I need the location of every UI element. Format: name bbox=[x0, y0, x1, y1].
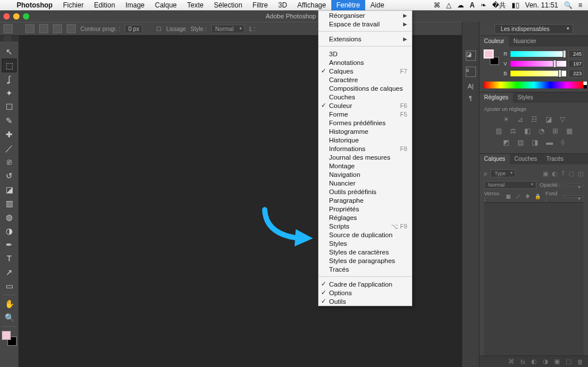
layers-list[interactable] bbox=[484, 202, 583, 356]
new-adj-icon[interactable]: ◑ bbox=[543, 358, 548, 365]
stamp-tool[interactable]: ⎚ bbox=[2, 156, 16, 168]
selective-color-icon[interactable]: ◊ bbox=[561, 138, 564, 146]
menu-item-outils-pr-d-finis[interactable]: Outils prédéfinis bbox=[319, 187, 412, 196]
menu-item-formes-pr-d-finies[interactable]: Formes prédéfinies bbox=[319, 118, 412, 127]
filter-img-icon[interactable]: ▣ bbox=[543, 170, 548, 177]
menu-item-r-organiser[interactable]: Réorganiser▶ bbox=[319, 11, 412, 20]
menu-item-styles-de-paragraphes[interactable]: Styles de paragraphes bbox=[319, 256, 412, 265]
selection-new-icon[interactable] bbox=[25, 24, 34, 33]
path-tool[interactable]: ↗ bbox=[2, 266, 16, 279]
trash-icon[interactable]: 🗑 bbox=[577, 358, 583, 365]
eraser-tool[interactable]: ◪ bbox=[2, 183, 16, 196]
foreground-color-swatch[interactable] bbox=[2, 331, 11, 340]
blur-tool[interactable]: ◍ bbox=[2, 211, 16, 223]
menu-item-journal-des-mesures[interactable]: Journal des mesures bbox=[319, 153, 412, 161]
paragraph-panel-icon[interactable]: ¶ bbox=[469, 95, 472, 102]
selection-sub-icon[interactable] bbox=[53, 24, 62, 33]
lock-move-icon[interactable]: ✥ bbox=[525, 194, 530, 199]
character-panel-icon[interactable]: A| bbox=[467, 83, 473, 90]
menu-calque[interactable]: Calque bbox=[150, 0, 182, 10]
menu-item-extensions[interactable]: Extensions▶ bbox=[319, 34, 412, 43]
color-panel-swatches[interactable] bbox=[484, 50, 499, 65]
threshold-icon[interactable]: ◨ bbox=[532, 138, 538, 146]
r-slider[interactable] bbox=[510, 51, 566, 57]
menu-item-source-de-duplication[interactable]: Source de duplication bbox=[319, 230, 412, 239]
history-panel-icon[interactable]: ◪ bbox=[466, 51, 476, 61]
brightness-icon[interactable]: ☀ bbox=[503, 115, 509, 123]
menu-item-cadre-de-l-application[interactable]: ✓Cadre de l'application bbox=[319, 280, 412, 288]
menu-3d[interactable]: 3D bbox=[273, 0, 292, 10]
menu-fichier[interactable]: Fichier bbox=[58, 0, 89, 10]
color-swatches[interactable] bbox=[2, 331, 17, 346]
menu-item-couches[interactable]: Couches bbox=[319, 92, 412, 101]
magic-wand-tool[interactable]: ✦ bbox=[2, 87, 16, 99]
gradient-map-icon[interactable]: ▬ bbox=[546, 138, 553, 146]
menu-filtre[interactable]: Filtre bbox=[247, 0, 273, 10]
menu-item-options[interactable]: ✓Options bbox=[319, 288, 412, 297]
menu-item-outils[interactable]: ✓Outils bbox=[319, 297, 412, 306]
menu-edition[interactable]: Edition bbox=[89, 0, 121, 10]
swatches-tab[interactable]: Nuancier bbox=[509, 36, 541, 47]
link-layers-icon[interactable]: ⌘ bbox=[508, 358, 514, 365]
crop-tool[interactable]: ☐ bbox=[2, 101, 16, 113]
menu-item-trac-s[interactable]: Tracés bbox=[319, 265, 412, 273]
workspace-switcher[interactable]: Les indispensables bbox=[494, 24, 573, 34]
hand-tool[interactable]: ✋ bbox=[2, 298, 16, 310]
close-window[interactable] bbox=[3, 13, 10, 20]
opacity-field[interactable] bbox=[564, 184, 583, 186]
menu-item-historique[interactable]: Historique bbox=[319, 136, 412, 144]
menu-item-styles[interactable]: Styles bbox=[319, 239, 412, 248]
clock[interactable]: Ven. 11:51 bbox=[525, 1, 558, 9]
menu-item-propri-t-s[interactable]: Propriétés bbox=[319, 204, 412, 213]
menu-selection[interactable]: Sélection bbox=[208, 0, 247, 10]
zoom-tool[interactable]: 🔍 bbox=[2, 311, 16, 324]
tool-preset-icon[interactable] bbox=[3, 24, 13, 33]
dodge-tool[interactable]: ◑ bbox=[2, 225, 16, 237]
layers-tab[interactable]: Calques bbox=[479, 154, 510, 164]
menu-item-espace-de-travail[interactable]: Espace de travail▶ bbox=[319, 20, 412, 28]
wifi-icon[interactable]: �共 bbox=[492, 1, 506, 10]
selection-intersect-icon[interactable] bbox=[67, 24, 76, 33]
brush-tool[interactable]: ／ bbox=[2, 142, 16, 154]
layer-filter-select[interactable]: Type bbox=[490, 169, 516, 177]
move-tool[interactable]: ↖ bbox=[2, 45, 16, 58]
r-value[interactable]: 245 bbox=[568, 50, 583, 58]
eyedropper-tool[interactable]: ✎ bbox=[2, 114, 16, 127]
hue-icon[interactable]: ▥ bbox=[496, 127, 502, 135]
antialias-checkbox[interactable]: ☐ bbox=[156, 26, 161, 32]
filter-adj-icon[interactable]: ◐ bbox=[552, 170, 558, 177]
bw-icon[interactable]: ◧ bbox=[524, 127, 531, 135]
fx-icon[interactable]: fx bbox=[520, 358, 525, 365]
menu-photoshop[interactable]: Photoshop bbox=[11, 0, 58, 10]
tools-collapse-tab[interactable] bbox=[3, 36, 11, 41]
shape-tool[interactable]: ▭ bbox=[2, 280, 16, 292]
lock-paint-icon[interactable]: ／ bbox=[516, 193, 521, 200]
lock-all-icon[interactable]: 🔒 bbox=[535, 194, 541, 199]
styles-tab[interactable]: Styles bbox=[513, 92, 537, 103]
menu-item-forme[interactable]: FormeF5 bbox=[319, 110, 412, 118]
fill-field[interactable] bbox=[564, 195, 583, 198]
mask-icon[interactable]: ◐ bbox=[531, 358, 537, 365]
b-slider[interactable] bbox=[510, 71, 566, 76]
menu-item-nuancier[interactable]: Nuancier bbox=[319, 179, 412, 187]
fenetre-dropdown[interactable]: Réorganiser▶Espace de travail▶Extensions… bbox=[318, 10, 412, 306]
menu-aide[interactable]: Aide bbox=[365, 0, 389, 10]
feather-field[interactable]: 0 px bbox=[125, 25, 142, 33]
minimize-window[interactable] bbox=[13, 13, 20, 20]
zoom-window[interactable] bbox=[23, 13, 29, 20]
invert-icon[interactable]: ◩ bbox=[503, 138, 509, 146]
menu-list-icon[interactable]: ≡ bbox=[578, 1, 582, 9]
filter-smart-icon[interactable]: ◫ bbox=[578, 170, 583, 177]
new-layer-icon[interactable]: ▢ bbox=[566, 358, 571, 365]
menu-item-caract-re[interactable]: Caractère bbox=[319, 75, 412, 84]
menu-item-3d[interactable]: 3D bbox=[319, 49, 412, 58]
adjustments-tab[interactable]: Réglages bbox=[479, 92, 513, 103]
lookup-icon[interactable]: ▦ bbox=[566, 127, 572, 135]
filter-shape-icon[interactable]: ▢ bbox=[568, 170, 574, 177]
lock-pixels-icon[interactable]: ▦ bbox=[506, 194, 511, 199]
balance-icon[interactable]: ⚖ bbox=[510, 127, 516, 135]
type-tool[interactable]: T bbox=[2, 252, 16, 265]
menu-image[interactable]: Image bbox=[120, 0, 149, 10]
vibrance-icon[interactable]: ▽ bbox=[560, 115, 565, 123]
menu-item-compositions-de-calques[interactable]: Compositions de calques bbox=[319, 84, 412, 92]
